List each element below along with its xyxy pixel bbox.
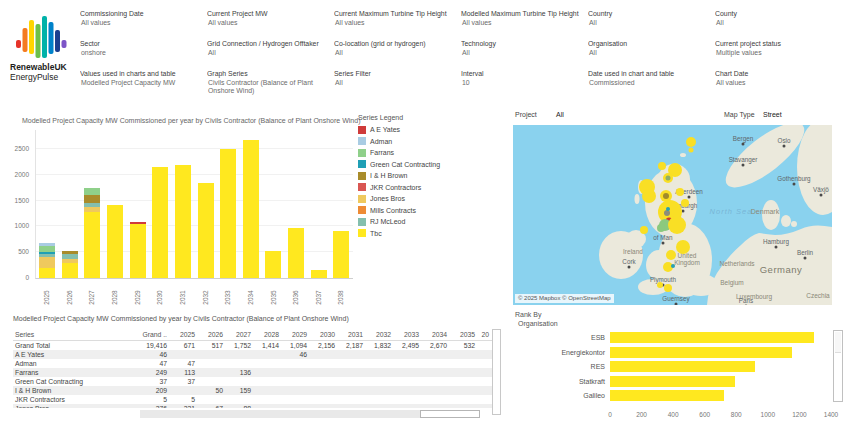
rank-bar-galileo[interactable] — [610, 390, 724, 401]
table-h-scrollbar-thumb[interactable] — [420, 410, 480, 418]
rank-bar-statkraft[interactable] — [610, 376, 735, 387]
bar-segment-tbc[interactable] — [220, 149, 236, 278]
filter-current-maximum-turbine-tip-height[interactable]: Current Maximum Turbine Tip HeightAll va… — [334, 10, 461, 40]
filter-grid-connection-hydrogen-offtaker[interactable]: Grid Connection / Hydrogen OfftakerAll — [207, 40, 334, 70]
bar-segment-jones-bros[interactable] — [84, 207, 100, 212]
bar-segment-tbc[interactable] — [333, 231, 349, 278]
legend-item-jkr-contractors[interactable]: JKR Contractors — [358, 182, 498, 194]
bar-segment-jones-bros[interactable] — [62, 259, 78, 262]
map-cluster[interactable] — [666, 176, 671, 181]
bar-segment-tbc[interactable] — [84, 212, 100, 278]
bar-segment-adman[interactable] — [39, 243, 55, 245]
rank-bar-res[interactable] — [610, 361, 755, 372]
map-cluster[interactable] — [663, 193, 669, 199]
filter-value[interactable]: Modelled Project Capacity MW — [80, 79, 199, 88]
filter-current-project-mw[interactable]: Current Project MWAll values — [207, 10, 334, 40]
bar-segment-farrans[interactable] — [84, 188, 100, 195]
bar-segment-rj-mcleod[interactable] — [39, 254, 55, 257]
map-cluster[interactable] — [657, 224, 665, 232]
filter-value[interactable]: All — [588, 19, 707, 28]
map-canvas[interactable]: © 2025 Mapbox © OpenStreetMap BergenOslo… — [513, 125, 832, 305]
map-cluster[interactable] — [642, 189, 656, 203]
filter-values-used-in-charts-and-table[interactable]: Values used in charts and tableModelled … — [80, 70, 207, 100]
filter-value[interactable]: All — [334, 79, 453, 88]
filter-interval[interactable]: Interval10 — [461, 70, 588, 100]
filter-value[interactable]: Commissioned — [588, 79, 707, 88]
map-cluster[interactable] — [671, 264, 675, 268]
map-cluster[interactable] — [640, 226, 648, 234]
filter-value[interactable]: All values — [715, 79, 834, 88]
filter-value[interactable]: All — [207, 49, 326, 58]
bar-segment-farrans[interactable] — [39, 246, 55, 252]
map-cluster[interactable] — [664, 284, 672, 292]
filter-technology[interactable]: TechnologyAll — [461, 40, 588, 70]
rank-scrollbar-thumb[interactable] — [835, 332, 841, 353]
filter-current-project-status[interactable]: Current project statusMultiple values — [715, 40, 842, 70]
legend-item-adman[interactable]: Adman — [358, 136, 498, 148]
table-v-scrollbar[interactable] — [492, 329, 501, 415]
legend-item-mills-contracts[interactable]: Mills Contracts — [358, 205, 498, 217]
map-cluster[interactable] — [686, 137, 696, 147]
filter-value[interactable]: All values — [80, 19, 199, 28]
filter-country[interactable]: CountryAll — [588, 10, 715, 40]
bar-segment-tbc[interactable] — [288, 228, 304, 278]
filter-value[interactable]: All — [334, 49, 453, 58]
bar-segment-tbc[interactable] — [198, 183, 214, 278]
bar-segment-jones-bros[interactable] — [39, 257, 55, 268]
filter-graph-series[interactable]: Graph SeriesCivils Contractor (Balance o… — [207, 70, 334, 100]
filter-value[interactable]: All values — [334, 19, 453, 28]
filter-date-used-in-chart-and-table[interactable]: Date used in chart and tableCommissioned — [588, 70, 715, 100]
legend-item-i-h-brown[interactable]: I & H Brown — [358, 170, 498, 182]
map-cluster[interactable] — [666, 207, 670, 211]
bar-segment-tbc[interactable] — [107, 205, 123, 278]
bar-segment-tbc[interactable] — [311, 270, 327, 278]
filter-sector[interactable]: Sectoronshore — [80, 40, 207, 70]
bar-segment-tbc[interactable] — [243, 140, 259, 278]
rank-scrollbar[interactable] — [833, 330, 843, 402]
filter-modelled-maximum-turbine-tip-height[interactable]: Modelled Maximum Turbine Tip HeightAll v… — [461, 10, 588, 40]
map-type-value[interactable]: Street — [763, 111, 782, 118]
bar-segment-tbc[interactable] — [130, 224, 146, 278]
filter-value[interactable]: All — [461, 49, 580, 58]
bar-segment-a-e-yates[interactable] — [130, 222, 146, 224]
bar-segment-green-cat-contracting[interactable] — [39, 252, 55, 254]
map-cluster[interactable] — [657, 282, 663, 288]
filter-commissioning-date[interactable]: Commissioning DateAll values — [80, 10, 207, 40]
map-cluster[interactable] — [681, 199, 689, 207]
rank-bar-esb[interactable] — [610, 332, 814, 343]
rank-bar-energiekontor[interactable] — [610, 347, 792, 358]
bar-segment-tbc[interactable] — [175, 165, 191, 278]
map-cluster[interactable] — [676, 240, 690, 254]
bar-segment-i-h-brown[interactable] — [84, 195, 100, 203]
filter-series-filter[interactable]: Series FilterAll — [334, 70, 461, 100]
legend-item-tbc[interactable]: Tbc — [358, 228, 498, 240]
map-cluster[interactable] — [666, 250, 676, 260]
map-cluster[interactable] — [676, 188, 684, 196]
filter-value[interactable]: All — [588, 49, 707, 58]
filter-value[interactable]: Multiple values — [715, 49, 834, 58]
bar-segment-i-h-brown[interactable] — [62, 251, 78, 254]
filter-value[interactable]: All values — [207, 19, 326, 28]
map-cluster[interactable] — [689, 148, 694, 153]
map-cluster[interactable] — [658, 162, 666, 170]
bar-segment-rj-mcleod[interactable] — [62, 254, 78, 259]
filter-value[interactable]: All — [715, 19, 834, 28]
legend-item-rj-mcleod[interactable]: RJ McLeod — [358, 216, 498, 228]
bar-segment-rj-mcleod[interactable] — [84, 203, 100, 208]
bar-segment-tbc[interactable] — [265, 251, 281, 278]
project-filter-value[interactable]: All — [556, 111, 564, 118]
table-h-scrollbar[interactable] — [140, 410, 480, 418]
filter-value[interactable]: All values — [461, 19, 580, 28]
filter-county[interactable]: CountyAll — [715, 10, 842, 40]
bar-segment-tbc[interactable] — [152, 167, 168, 278]
filter-co-location-grid-or-hydrogen[interactable]: Co-location (grid or hydrogen)All — [334, 40, 461, 70]
bar-segment-tbc[interactable] — [62, 263, 78, 278]
legend-item-farrans[interactable]: Farrans — [358, 147, 498, 159]
map-cluster[interactable] — [668, 216, 686, 234]
legend-item-a-e-yates[interactable]: A E Yates — [358, 124, 498, 136]
filter-value[interactable]: onshore — [80, 49, 199, 58]
legend-item-green-cat-contracting[interactable]: Green Cat Contracting — [358, 159, 498, 171]
filter-value[interactable]: Civils Contractor (Balance of Plant Onsh… — [207, 79, 326, 96]
legend-item-jones-bros[interactable]: Jones Bros — [358, 193, 498, 205]
bar-segment-tbc[interactable] — [39, 268, 55, 278]
